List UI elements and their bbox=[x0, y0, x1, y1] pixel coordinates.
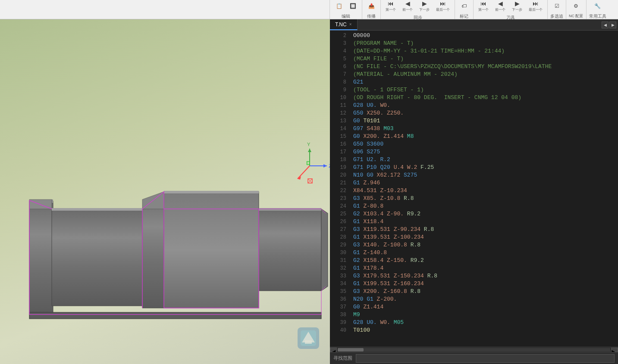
line-number: 5 bbox=[333, 56, 346, 62]
line-code: G1 Z-140.8 bbox=[353, 249, 387, 256]
scroll-left-btn[interactable]: ◀ bbox=[330, 348, 337, 352]
nav-next-tool[interactable]: ▶ 下一步 bbox=[509, 0, 525, 13]
line-number: 2 bbox=[333, 33, 346, 39]
line-number: 15 bbox=[333, 134, 346, 140]
nav-first-sync[interactable]: ⏮ 第一个 bbox=[383, 0, 399, 13]
line-code: (DATE=DD-MM-YY - 31-01-21 TIME=HH:MM - 2… bbox=[353, 48, 505, 54]
line-number: 40 bbox=[333, 327, 346, 333]
line-code: G0 X200. Z1.414 M8 bbox=[353, 133, 414, 140]
line-number: 20 bbox=[333, 172, 346, 178]
btn-mark[interactable]: 🏷 bbox=[458, 0, 471, 12]
svg-rect-11 bbox=[29, 312, 321, 319]
code-line: 31G2 X158.4 Z-150. R9.2 bbox=[330, 257, 618, 265]
toolbar-section-daoju: ⏮ 第一个 ◀ 前一个 ▶ 下一步 ⏭ 最后一个 刀具 bbox=[474, 0, 548, 19]
line-number: 25 bbox=[333, 211, 346, 217]
main-area: Z Y D bbox=[0, 19, 618, 364]
svg-rect-9 bbox=[259, 209, 321, 291]
toolbar: 📋 🔲 编辑 📤 传播 ⏮ 第一个 bbox=[0, 0, 618, 19]
section-label-chuanbo: 传播 bbox=[367, 13, 376, 19]
line-number: 18 bbox=[333, 157, 346, 163]
section-label-bianji: 编辑 bbox=[342, 13, 350, 19]
line-code: (PROGRAM NAME - T) bbox=[353, 40, 414, 47]
line-number: 35 bbox=[333, 289, 346, 295]
line-code: G3 X200. Z-160.8 R.8 bbox=[353, 288, 420, 295]
scroll-right-btn[interactable]: ▶ bbox=[611, 348, 618, 352]
btn-common-tools[interactable]: 🔧 bbox=[591, 0, 604, 12]
scroll-track[interactable] bbox=[338, 348, 610, 352]
line-number: 19 bbox=[333, 165, 346, 171]
line-code: G3 X85. Z-10.8 R.8 bbox=[353, 195, 414, 202]
toolbar-section-bianji: 📋 🔲 编辑 bbox=[330, 0, 362, 19]
line-number: 29 bbox=[333, 242, 346, 248]
line-number: 33 bbox=[333, 273, 346, 279]
tab-scroll-left[interactable]: ◀ bbox=[602, 22, 609, 28]
code-line: 4(DATE=DD-MM-YY - 31-01-21 TIME=HH:MM - … bbox=[330, 48, 618, 56]
code-line: 20N10 G0 X62.172 S275 bbox=[330, 172, 618, 180]
btn-edit1[interactable]: 📋 bbox=[333, 0, 345, 12]
code-line: 8G21 bbox=[330, 79, 618, 87]
line-code: G2 X158.4 Z-150. R9.2 bbox=[353, 257, 424, 264]
code-line: 17G96 S275 bbox=[330, 149, 618, 156]
nav-first-tool[interactable]: ⏮ 第一个 bbox=[475, 0, 492, 13]
btn-edit2[interactable]: 🔲 bbox=[346, 0, 359, 12]
tab-scroll-right[interactable]: ▶ bbox=[609, 22, 616, 28]
line-code: N20 G1 Z-200. bbox=[353, 296, 397, 302]
code-line: 3(PROGRAM NAME - T) bbox=[330, 40, 618, 48]
code-line: 29G3 X140. Z-100.8 R.8 bbox=[330, 242, 618, 249]
line-number: 23 bbox=[333, 196, 346, 202]
line-code: (NC FILE - C:\USERS\PZHZCQ\DOCUMENTS\MY … bbox=[353, 63, 552, 70]
line-number: 16 bbox=[333, 141, 346, 147]
code-line: 36N20 G1 Z-200. bbox=[330, 296, 618, 304]
line-code: G96 S275 bbox=[353, 149, 380, 155]
svg-line-32 bbox=[298, 166, 310, 179]
nav-prev-tool[interactable]: ◀ 前一个 bbox=[492, 0, 508, 13]
nav-prev-sync[interactable]: ◀ 前一个 bbox=[399, 0, 416, 13]
search-bar: 寻找范围 bbox=[330, 352, 618, 364]
svg-marker-26 bbox=[323, 164, 327, 168]
nav-next-sync[interactable]: ▶ 下一步 bbox=[416, 0, 433, 13]
toolbar-section-chuanbo: 📤 传播 bbox=[362, 0, 381, 19]
scroll-thumb[interactable] bbox=[338, 348, 364, 352]
code-line: 22X84.531 Z-10.234 bbox=[330, 187, 618, 195]
lathe-model: Z Y D bbox=[0, 19, 330, 364]
code-line: 23G3 X85. Z-10.8 R.8 bbox=[330, 195, 618, 203]
line-code: G1 X139.531 Z-100.234 bbox=[353, 234, 424, 240]
line-code: G3 X179.531 Z-150.234 R.8 bbox=[353, 273, 437, 279]
btn-multiselect[interactable]: ☑ bbox=[550, 0, 563, 12]
line-code: G3 X119.531 Z-90.234 R.8 bbox=[353, 226, 434, 233]
line-number: 8 bbox=[333, 79, 346, 85]
code-line: 32G1 X178.4 bbox=[330, 265, 618, 273]
code-line: 37G0 Z1.414 bbox=[330, 304, 618, 311]
search-input[interactable] bbox=[356, 354, 615, 363]
line-code: O0000 bbox=[353, 32, 370, 39]
horizontal-scrollbar[interactable]: ◀ ▶ bbox=[330, 347, 618, 352]
line-code: G71 P10 Q20 U.4 W.2 F.25 bbox=[353, 164, 434, 171]
line-code: G2 X103.4 Z-90. R9.2 bbox=[353, 211, 420, 217]
btn-transmit[interactable]: 📤 bbox=[365, 0, 378, 12]
code-line: 35G3 X200. Z-160.8 R.8 bbox=[330, 288, 618, 296]
code-line: 16G50 S3600 bbox=[330, 141, 618, 149]
svg-rect-4 bbox=[29, 200, 53, 314]
line-number: 14 bbox=[333, 126, 346, 132]
svg-text:Z: Z bbox=[329, 163, 330, 168]
nav-last-sync[interactable]: ⏭ 最后一个 bbox=[433, 0, 453, 13]
line-code: G1 X199.531 Z-160.234 bbox=[353, 280, 424, 287]
line-code: G97 S438 M03 bbox=[353, 125, 394, 132]
tab-tnc[interactable]: T.NC × bbox=[330, 19, 358, 30]
viewport-bg: Z Y D bbox=[0, 19, 330, 364]
btn-nc-config[interactable]: ⚙ bbox=[570, 0, 583, 12]
line-code: T0100 bbox=[353, 327, 370, 333]
line-code: G21 bbox=[353, 79, 363, 85]
tab-close-btn[interactable]: × bbox=[349, 22, 352, 27]
line-code: G0 Z1.414 bbox=[353, 304, 383, 310]
viewport: Z Y D bbox=[0, 19, 330, 364]
tab-bar: T.NC × ◀ ▶ bbox=[330, 19, 618, 31]
line-code: G1 X178.4 bbox=[353, 265, 383, 271]
svg-text:Y: Y bbox=[307, 142, 311, 147]
code-line: 13G0 T0101 bbox=[330, 118, 618, 125]
line-code: G28 U0. W0. M05 bbox=[353, 319, 404, 326]
tab-label: T.NC bbox=[335, 22, 347, 28]
code-content[interactable]: 2O00003(PROGRAM NAME - T)4(DATE=DD-MM-YY… bbox=[330, 31, 618, 347]
line-code: (TOOL - 1 OFFSET - 1) bbox=[353, 87, 424, 93]
nav-last-tool[interactable]: ⏭ 最后一个 bbox=[526, 0, 546, 13]
